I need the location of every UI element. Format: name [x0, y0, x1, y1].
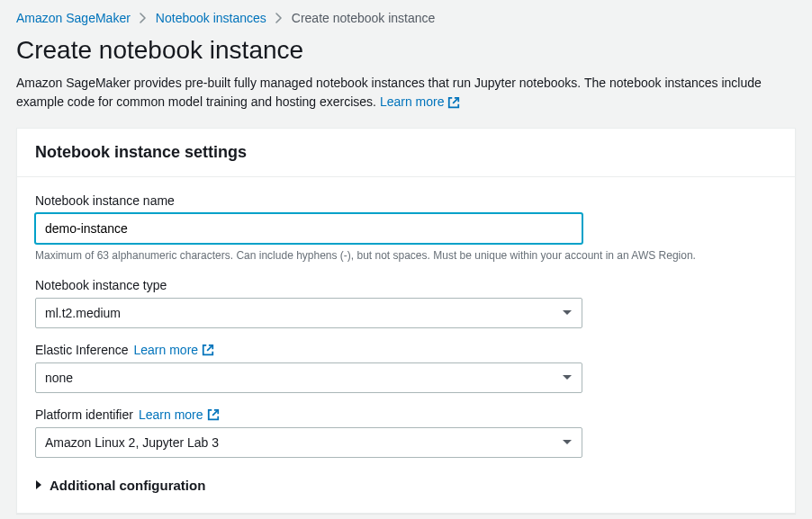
platform-identifier-select[interactable]: Amazon Linux 2, Jupyter Lab 3	[35, 427, 582, 458]
notebook-type-label: Notebook instance type	[35, 278, 777, 292]
elastic-inference-learn-more-link[interactable]: Learn more	[134, 343, 215, 357]
notebook-name-helper: Maximum of 63 alphanumeric characters. C…	[35, 248, 777, 264]
chevron-right-icon	[275, 13, 283, 23]
page-description: Amazon SageMaker provides pre-built full…	[16, 74, 796, 112]
chevron-right-icon	[140, 13, 147, 23]
platform-identifier-learn-more-link[interactable]: Learn more	[139, 407, 220, 422]
settings-panel: Notebook instance settings Notebook inst…	[16, 128, 796, 514]
additional-configuration-toggle[interactable]: Additional configuration	[35, 472, 777, 495]
field-elastic-inference: Elastic Inference Learn more none	[35, 343, 777, 393]
notebook-name-label: Notebook instance name	[35, 193, 777, 208]
caret-down-icon	[562, 309, 573, 317]
page-title: Create notebook instance	[16, 36, 796, 65]
panel-title: Notebook instance settings	[35, 143, 777, 162]
caret-down-icon	[562, 439, 573, 446]
breadcrumb-link-service[interactable]: Amazon SageMaker	[16, 11, 131, 25]
learn-more-label: Learn more	[139, 407, 203, 422]
learn-more-label: Learn more	[380, 93, 445, 112]
notebook-name-input[interactable]	[35, 213, 582, 244]
learn-more-label: Learn more	[134, 343, 199, 357]
learn-more-link[interactable]: Learn more	[380, 93, 461, 112]
caret-right-icon	[35, 479, 42, 490]
notebook-type-value: ml.t2.medium	[45, 306, 121, 320]
field-platform-identifier: Platform identifier Learn more Amazon Li…	[35, 407, 777, 458]
panel-body: Notebook instance name Maximum of 63 alp…	[17, 177, 795, 513]
elastic-inference-value: none	[45, 371, 73, 385]
platform-identifier-label: Platform identifier	[35, 407, 133, 422]
elastic-inference-select[interactable]: none	[35, 362, 582, 393]
external-link-icon	[202, 344, 214, 356]
elastic-inference-label: Elastic Inference	[35, 343, 129, 357]
field-notebook-name: Notebook instance name Maximum of 63 alp…	[35, 193, 777, 264]
caret-down-icon	[562, 374, 573, 381]
panel-header: Notebook instance settings	[17, 129, 795, 177]
additional-configuration-label: Additional configuration	[50, 478, 205, 493]
breadcrumb: Amazon SageMaker Notebook instances Crea…	[16, 7, 796, 29]
breadcrumb-current: Create notebook instance	[292, 11, 436, 25]
platform-identifier-value: Amazon Linux 2, Jupyter Lab 3	[45, 435, 219, 450]
external-link-icon	[207, 408, 220, 421]
breadcrumb-link-notebook-instances[interactable]: Notebook instances	[156, 11, 266, 25]
notebook-type-select[interactable]: ml.t2.medium	[35, 298, 582, 328]
external-link-icon	[447, 96, 460, 109]
field-notebook-type: Notebook instance type ml.t2.medium	[35, 278, 777, 328]
